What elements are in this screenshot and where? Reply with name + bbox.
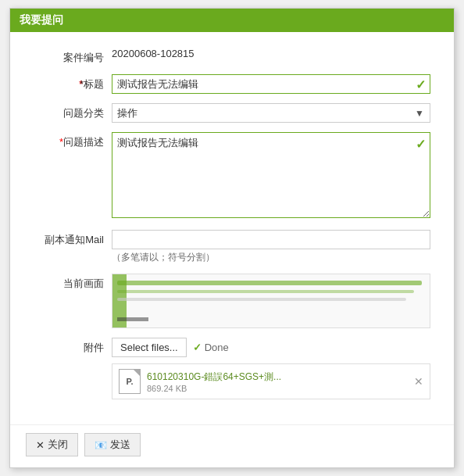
screenshot-label: 当前画面 (34, 274, 112, 291)
file-size: 869.24 KB (147, 384, 408, 393)
done-label-text: Done (205, 342, 229, 353)
category-label: 问题分类 (34, 103, 112, 120)
screenshot-bar-1 (117, 281, 422, 285)
send-icon: 📧 (95, 439, 107, 451)
cc-mail-input[interactable] (112, 230, 430, 249)
description-label: *问题描述 (34, 132, 112, 149)
file-remove-button[interactable]: ✕ (414, 375, 423, 388)
description-field-container: 测试报告无法编辑 ✓ (112, 132, 430, 220)
close-label: 关闭 (48, 438, 68, 452)
cc-mail-label: 副本通知Mail (34, 230, 112, 247)
attachment-controls: Select files... ✓ Done (112, 338, 430, 357)
select-files-button[interactable]: Select files... (112, 338, 187, 357)
dialog-title: 我要提问 (10, 9, 454, 32)
title-check-icon: ✓ (416, 77, 426, 91)
file-details: 610120310G-錯誤64+SGS+測... 869.24 KB (147, 370, 408, 393)
title-input-wrapper: ✓ (112, 74, 430, 94)
category-select-wrapper: 操作 ▼ (112, 103, 430, 123)
case-number-row: 案件编号 20200608-102815 (34, 48, 430, 65)
screenshot-bottom-bar (117, 317, 148, 321)
screenshot-bar-2 (117, 290, 414, 293)
title-field-container: ✓ (112, 74, 430, 94)
category-row: 问题分类 操作 ▼ (34, 103, 430, 123)
file-item: P. 610120310G-錯誤64+SGS+測... 869.24 KB ✕ (112, 363, 430, 399)
screenshot-preview (112, 274, 430, 328)
close-icon: ✕ (36, 439, 45, 451)
case-number-value: 20200608-102815 (112, 48, 430, 59)
cc-hint: （多笔请以；符号分割） (112, 249, 430, 264)
category-field-container: 操作 ▼ (112, 103, 430, 123)
attachment-container: Select files... ✓ Done P. 610120310G-錯誤6… (112, 338, 430, 399)
file-type-icon: P. (119, 369, 141, 394)
dialog-footer: ✕ 关闭 📧 发送 (10, 424, 454, 467)
attachment-label: 附件 (34, 338, 112, 355)
title-input[interactable] (112, 74, 430, 94)
title-label-text: *标题 (80, 78, 104, 90)
description-label-text: 问题描述 (63, 136, 104, 148)
case-number-label: 案件编号 (34, 48, 112, 65)
screenshot-bar-3 (117, 298, 406, 301)
title-label: **标题 (34, 74, 112, 91)
screenshot-row: 当前画面 (34, 274, 430, 328)
title-row: **标题 ✓ (34, 74, 430, 94)
description-textarea[interactable]: 测试报告无法编辑 (112, 132, 430, 218)
cc-mail-field-container: （多笔请以；符号分割） (112, 230, 430, 264)
description-row: *问题描述 测试报告无法编辑 ✓ (34, 132, 430, 220)
send-label: 发送 (110, 438, 130, 452)
close-button[interactable]: ✕ 关闭 (26, 433, 78, 456)
description-check-icon: ✓ (416, 137, 426, 152)
screenshot-container (112, 274, 430, 328)
send-button[interactable]: 📧 发送 (84, 433, 141, 456)
dialog-title-text: 我要提问 (20, 13, 63, 26)
cc-mail-row: 副本通知Mail （多笔请以；符号分割） (34, 230, 430, 264)
file-icon-text: P. (127, 377, 134, 386)
file-name: 610120310G-錯誤64+SGS+測... (147, 370, 408, 384)
done-status: ✓ Done (193, 342, 229, 353)
category-select[interactable]: 操作 (112, 103, 430, 123)
attachment-row: 附件 Select files... ✓ Done P. (34, 338, 430, 399)
done-check-icon: ✓ (193, 342, 202, 353)
select-files-label: Select files... (120, 342, 178, 353)
dialog-body: 案件编号 20200608-102815 **标题 ✓ 问题分类 (10, 32, 454, 421)
screenshot-inner (112, 274, 430, 327)
description-textarea-wrapper: 测试报告无法编辑 ✓ (112, 132, 430, 220)
dialog-container: 我要提问 案件编号 20200608-102815 **标题 ✓ 问题分类 (9, 8, 455, 468)
case-number-text: 20200608-102815 (112, 45, 195, 59)
